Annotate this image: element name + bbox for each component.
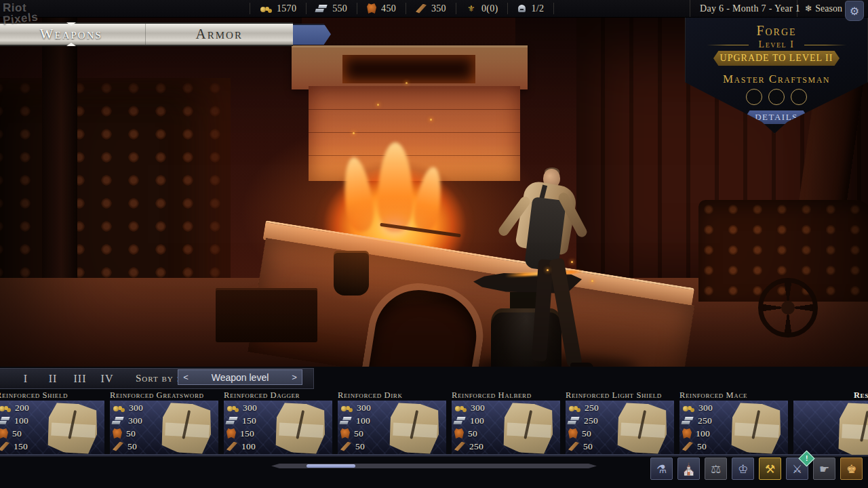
sort-prev-arrow[interactable]: < [178,372,193,382]
item-cost-row: 300 [340,402,371,413]
date-group: Day 6 - Month 7 - Year 1 [690,0,800,17]
coins-icon [113,403,125,412]
scrollbar-thumb[interactable] [307,464,355,468]
tier-tab-i[interactable]: I [12,373,39,385]
craftsman-slot[interactable] [791,89,807,105]
season-group[interactable]: ❄ Season [797,0,842,17]
item-card-title: Reinforced Dagger [224,390,332,401]
resource-soldiers: 1/2 [508,3,554,14]
item-card-title: Reinforced Greatsword [110,390,218,401]
item-cost-row: 150 [226,415,257,426]
item-cost-list: 2502505050 [568,402,599,452]
item-card-body [793,401,868,457]
coins-icon [568,403,580,412]
wood-icon [682,442,693,451]
item-card[interactable]: Reinforced Greatsword3003005050 [110,390,218,456]
item-card-body: 300150150100 [224,401,332,457]
sort-next-arrow[interactable]: > [287,372,302,382]
item-card-title: Researched [793,390,868,401]
item-card[interactable]: Reinforced Halberd30010050250 [452,390,560,456]
resource-leather: 450 [357,3,406,14]
apothecary-icon: ⚗ [656,462,667,476]
item-cost-row: 50 [568,428,599,439]
sort-selector[interactable]: < Weapon level > [178,369,302,385]
stable-building-button[interactable]: ☛ [813,458,835,480]
item-card[interactable]: Reinforced Light Shield2502505050 [566,390,674,456]
card-scrollbar[interactable] [271,464,597,468]
item-cost-list: 20010050150 [0,402,29,452]
item-card[interactable]: Reinforced Dagger300150150100 [224,390,332,456]
item-card-title: Reinforced Dirk [338,390,446,401]
throne-room-building-button[interactable]: ♔ [732,458,754,480]
helmet-icon [517,4,526,13]
wood-icon [340,442,351,451]
item-cost-row: 50 [568,441,599,452]
item-sketch-parchment [728,401,785,457]
armory-building-button[interactable]: ⚔! [786,458,808,480]
leather-icon [113,428,122,439]
item-cost-row: 100 [226,441,257,452]
coins-cost-value: 300 [357,403,371,413]
coins-icon [226,403,239,412]
leather-cost-value: 50 [126,428,136,439]
coins-cost-value: 250 [585,403,599,413]
leather-cost-value: 150 [240,428,254,439]
item-card[interactable]: Reinforced Dirk3001005050 [338,390,446,456]
item-card[interactable]: Reinforced Mace30025010050 [679,390,788,456]
ingot-icon [0,416,12,425]
ingot-icon [315,4,329,13]
ingot-cost-value: 300 [128,415,142,426]
tab-weapons[interactable]: Weapons [0,24,145,45]
leather-icon [226,428,236,439]
settings-button[interactable]: ⚙ [845,1,864,21]
church-building-button[interactable]: ⛪ [677,458,700,480]
tier-tab-iii[interactable]: III [66,373,94,385]
tier-tab-iv[interactable]: IV [94,373,121,385]
item-cost-row: 100 [682,428,713,439]
leather-cost-value: 50 [354,428,363,439]
wood-icon [0,442,9,451]
craftsman-slot[interactable] [768,89,785,105]
church-icon: ⛪ [682,462,696,476]
item-card[interactable]: Reinforced Shield20010050150 [0,390,104,456]
coins-cost-value: 300 [243,403,257,413]
great-hall-icon: ♚ [846,462,856,476]
item-cost-row: 50 [682,441,713,452]
tab-armor[interactable]: Armor [145,24,294,45]
ingot-icon [225,416,239,425]
tab-selected-ornament [66,43,76,46]
resource-renown-value: 0(0) [481,3,498,14]
resource-metal: 550 [307,3,357,14]
leather-cost-value: 50 [468,428,477,439]
resource-gold: 1570 [250,3,307,14]
resource-wood: 350 [406,3,456,14]
game-date: Day 6 - Month 7 - Year 1 [700,3,800,14]
item-cost-list: 3001005050 [340,402,371,452]
item-card[interactable]: Researched [793,390,868,456]
item-cost-row: 200 [0,402,29,413]
apothecary-building-button[interactable]: ⚗ [650,458,673,480]
item-cost-list: 30010050250 [454,402,485,452]
market-building-button[interactable]: ⚖ [705,458,727,480]
card-shelf-edge [0,454,868,457]
craftsman-slot[interactable] [746,89,762,105]
item-card-body: 2502505050 [566,401,674,457]
coins-icon [340,403,353,412]
item-sketch-parchment [386,401,443,457]
forge-building-button[interactable]: ⚒ [759,458,781,480]
item-cost-row: 300 [113,415,143,426]
tier-tab-ii[interactable]: II [39,373,66,385]
ingot-cost-value: 250 [698,415,712,426]
item-card-body: 20010050150 [0,401,104,457]
item-cost-list: 300150150100 [226,402,257,452]
item-sketch-parchment [614,401,671,457]
upgrade-button[interactable]: UPGRADE TO LEVEL II [713,51,840,66]
item-card-title: Reinforced Halberd [452,390,560,401]
season-icon: ❄ [804,3,812,14]
season-label: Season [815,3,842,14]
item-cost-row: 50 [113,428,143,439]
ingot-cost-value: 100 [14,415,28,426]
leather-icon [454,428,464,439]
great-hall-building-button[interactable]: ♚ [840,458,863,480]
item-cost-row: 150 [0,441,29,452]
